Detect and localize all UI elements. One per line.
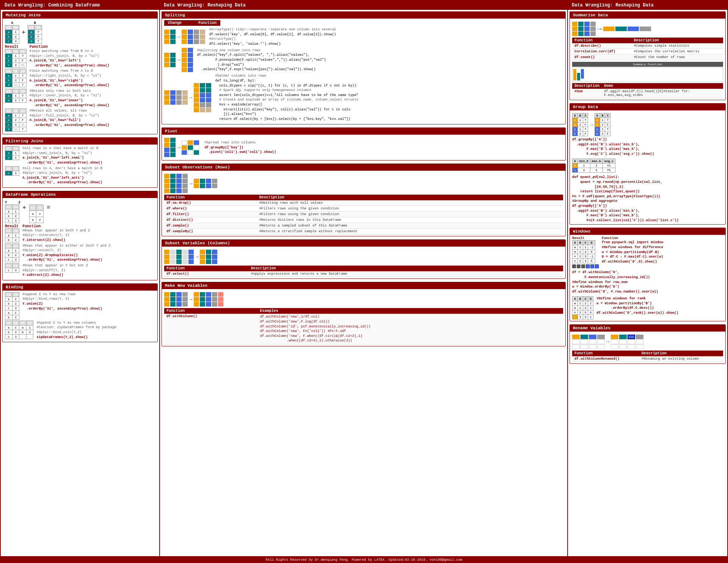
split3-before [164, 90, 188, 105]
anti-join-row: X1X2 c3 #All rows in A, don't have a mat… [5, 166, 155, 185]
section-pivot: Pivot [162, 127, 566, 160]
desc-col-rename: Description [639, 351, 723, 356]
full-join-row: X1X2X3 a1T b2F c3NA dNAT #Retain all val… [5, 109, 155, 132]
union-row: X1X2 a1 b2 c3 #Rows that appear in eithe… [5, 244, 155, 263]
arrow-make-new: → [189, 296, 192, 302]
df-ops-header: DataFrame Operations [3, 191, 157, 198]
subset-rows-after [194, 178, 217, 189]
pivot-vis: → [164, 137, 563, 157]
section-group-data: Group Data ABC a1T a2F b1T b2F [570, 103, 726, 225]
desc-col-header: Description [257, 195, 563, 200]
anti-join-func: #All rows in A, don't have a match in B … [22, 166, 155, 185]
arrow-group: → [590, 122, 593, 128]
section-summarise: Summarise Data [570, 11, 726, 100]
demo-sum-label: #Sum [572, 89, 602, 98]
subset-cols-body: → [162, 247, 565, 278]
func-sample: df.sample() [164, 223, 257, 229]
left-join-row: Result X1X2X3 a1T b2F c3NA Function #Joi… [5, 45, 155, 68]
group-before: ABC a1T a2F b1T b2F [572, 113, 588, 136]
make-new-before [164, 292, 188, 307]
subset-cols-header: Subset Variables (Columns) [162, 240, 565, 247]
table-b-container: B X1X3 aT bF dT [28, 21, 42, 44]
page-wrapper: Data Wrangling: Combining DataFrame Muta… [0, 0, 728, 563]
demo-vis [572, 68, 723, 82]
change-subheader-row: Change Function [164, 20, 563, 26]
func-col-sum: Function [572, 38, 632, 43]
func-col-header2: Function [164, 266, 249, 271]
summarise-demo-area: Summary Function [572, 62, 723, 82]
binding-header: Binding [3, 284, 157, 291]
rename-header: Rename Vaiables [570, 325, 725, 332]
group-table-after: ABC a1T a2F b1T b2F [595, 113, 610, 136]
arrow-pivot: → [177, 145, 180, 151]
filtering-joins-header: Filtering Joins [3, 138, 157, 145]
right-panel-header: Data Wrangling: Reshaping Data [568, 1, 727, 10]
section-binding: Binding X1X2 a1 b2 c3 a1 b2 [2, 283, 158, 342]
func-na-drop: df.na.drop() [164, 200, 257, 206]
func-withcolumnrenamed: df.withColumnRenamed() [572, 356, 639, 362]
section-subset-rows: Subset Observations (Rows) [162, 164, 566, 236]
semi-join-table: X1X2 a1 b2 [5, 146, 19, 160]
table-row: df.na.drop() #Omitting rows with null va… [164, 200, 563, 206]
semi-join-result: X1X2 a1 b2 [5, 146, 19, 165]
right-join-func: #Join matching rows from A to B #dplyr::… [30, 69, 155, 88]
subset-cols-before [164, 249, 194, 264]
table-y: X1X2 a1 b2 c3 [5, 204, 19, 223]
arrow-subset-cols: → [195, 254, 198, 260]
func-where: df.where() [164, 206, 257, 212]
table-a: X1X2 a1 b2 c3 [5, 25, 19, 44]
table-a-container: A X1X2 a1 b2 c3 [5, 21, 19, 44]
group-result: Amin_bmax_bavg_c m12f5 n34f5 [572, 159, 615, 173]
subtract-func: #Rows that appear in Y but not Z #dplyr:… [22, 263, 155, 278]
bind-rows-result: X1X2 a1 b2 c3 a1 b2 [5, 292, 19, 320]
func-filter: df.filter() [164, 212, 257, 217]
group-code-1: df.groupBy(['A']) .agg(F.min('B').alias(… [572, 137, 723, 156]
anti-join-table: X1X2 c3 [5, 166, 19, 176]
left-join-result: Result X1X2X3 a1T b2F c3NA [5, 45, 27, 68]
group-table-before: ABC a1T a2F b1T b2F [572, 113, 588, 136]
left-panel: Data Wrangling: Combining DataFrame Muta… [1, 1, 160, 556]
mid-panel-header: Data Wrangling: Reshaping Data [160, 1, 567, 10]
desc-filter: #Filters rows using the given condition [257, 212, 563, 217]
split2-before [164, 52, 176, 68]
join-diagram-ab: A X1X2 a1 b2 c3 + B [5, 21, 155, 44]
desc-col-demo: Description [572, 83, 602, 89]
rename-after [611, 334, 643, 349]
group-after: ABC a1T a2F b1T b2F [595, 113, 610, 136]
intersect-result: Result X1X2 a1 b2 [5, 224, 19, 243]
subset-rows-header: Subset Observations (Rows) [162, 164, 565, 171]
table-row: df.select() #Applys expressions and retu… [164, 271, 563, 277]
pivot-code: #Spread rows into columns df.groupBy(['k… [201, 140, 563, 155]
summarise-demo-table: Description Demo #Sum df.agg(F.max(df.C)… [572, 83, 723, 98]
arrow-rename: → [606, 339, 609, 345]
summarise-body: → Function [570, 19, 725, 100]
summarise-after [603, 26, 651, 31]
mutating-joins-body: A X1X2 a1 b2 c3 + B [3, 19, 157, 134]
bind-cols-row: X1X2X1X2 a1a1 b2b2 c3 #Append Z to Y as … [5, 321, 155, 340]
full-join-func: #Retain all values, all rows #dplyr::ful… [30, 109, 155, 132]
anti-join-result: X1X2 c3 [5, 166, 19, 185]
subtract-table: X1X2 c3 [5, 263, 19, 273]
semi-join-func: #All rows in A that have a match in B #d… [22, 146, 155, 165]
split-before [164, 29, 176, 44]
subset-cols-after [200, 249, 217, 264]
union-func: #Rows that appear in either or both Y an… [22, 244, 155, 263]
table-row: df.withColumn() df.withColumn('new',1/df… [164, 314, 563, 344]
windows-block-1: Result ABCD m11-1 m120 n23-1 n240 [572, 236, 723, 269]
rename-before [572, 334, 605, 349]
func-select: df.select() [164, 271, 249, 277]
summarise-before [572, 21, 596, 36]
rename-table: Function Description df.withColumnRename… [572, 351, 723, 362]
func-count: df.count() [572, 55, 632, 60]
yz-label-container: YZ X1X2 a1 b2 c3 + X1X2 [5, 201, 50, 223]
desc-na-drop: #Omitting rows with null values [257, 200, 563, 206]
pivot-after [182, 140, 199, 155]
bind-rows-row: X1X2 a1 b2 c3 a1 b2 #Append Z to Y as ne… [5, 292, 155, 320]
table-row: df.describe() #Computes simple statistic… [572, 43, 723, 49]
subtract-result: X1X2 c3 [5, 263, 19, 278]
splitting-header: Spliting [162, 12, 565, 19]
subset-cols-vis: → [164, 249, 563, 264]
arrow-summarise: → [597, 25, 602, 33]
union-table: X1X2 a1 b2 c3 [5, 244, 19, 262]
left-join-table: X1X2X3 a1T b2F c3NA [5, 49, 27, 68]
